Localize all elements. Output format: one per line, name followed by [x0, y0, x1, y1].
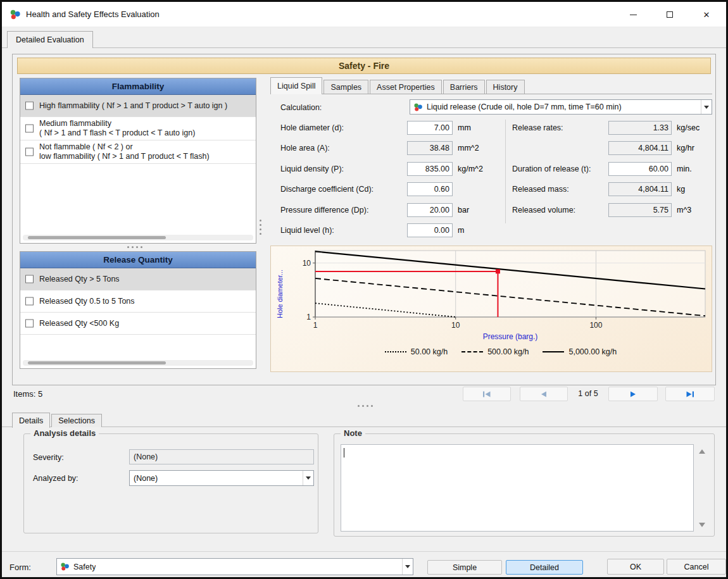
splitter-handle[interactable] — [358, 405, 373, 407]
svg-text:100: 100 — [589, 321, 602, 330]
chevron-down-icon — [405, 565, 410, 568]
field-unit: bar — [458, 206, 469, 215]
svg-text:1: 1 — [313, 321, 318, 330]
close-icon: ✕ — [703, 10, 710, 20]
analyzed-by-dropdown[interactable]: (None) — [129, 470, 314, 486]
minimize-icon — [630, 15, 637, 15]
release-chart-panel: 110100110 Hole diameter... Pressure (bar… — [270, 246, 712, 372]
calculation-value: Liquid release (Crude oil, hole D=7 mm, … — [427, 103, 622, 111]
previous-record-button[interactable] — [520, 387, 568, 401]
legend-label: 5,000.00 kg/h — [568, 347, 617, 356]
chart-x-axis-label: Pressure (barg.) — [315, 332, 705, 341]
hole-diameter-input[interactable] — [407, 121, 453, 135]
detailed-button[interactable]: Detailed — [506, 560, 583, 575]
tab-history[interactable]: History — [486, 80, 525, 94]
svg-text:1: 1 — [306, 313, 311, 321]
cancel-button[interactable]: Cancel — [667, 559, 726, 575]
release-qty-option-lt500[interactable]: Released Qty <500 Kg — [20, 313, 256, 335]
dropdown-arrow[interactable] — [402, 559, 413, 575]
ok-button[interactable]: OK — [607, 559, 664, 575]
field-unit: min. — [677, 165, 692, 173]
checkbox[interactable] — [25, 148, 34, 156]
field-label: Liquid density (P): — [280, 165, 344, 173]
spill-tab-bar: Liquid Spill Samples Asset Properties Ba… — [270, 77, 712, 94]
analyzed-by-label: Analyzed by: — [33, 474, 78, 483]
field-unit: m — [458, 226, 464, 235]
field-row-release-rate-hr: kg/hr — [512, 141, 715, 155]
tab-detailed-evaluation[interactable]: Detailed Evaluation — [7, 31, 93, 48]
details-tab-bar: Details Selections — [12, 412, 103, 427]
next-record-button[interactable] — [608, 387, 658, 401]
release-quantity-header: Release Quantity — [20, 252, 256, 268]
liquid-density-input[interactable] — [407, 162, 453, 176]
horizontal-scrollbar[interactable] — [23, 360, 253, 366]
legend-item: 5,000.00 kg/h — [543, 347, 617, 356]
tab-asset-properties[interactable]: Asset Properties — [370, 80, 442, 94]
next-record-icon — [629, 391, 637, 397]
dropdown-arrow[interactable] — [701, 100, 712, 114]
group-legend: Analysis details — [30, 428, 99, 438]
scrollbar-thumb[interactable] — [28, 236, 166, 239]
field-unit: kg — [677, 185, 685, 194]
minimize-button[interactable] — [615, 2, 651, 27]
duration-input[interactable] — [608, 162, 672, 176]
checkbox[interactable] — [25, 297, 34, 306]
dropdown-arrow[interactable] — [303, 471, 313, 485]
checkbox[interactable] — [25, 102, 34, 110]
maximize-button[interactable] — [651, 2, 688, 27]
checkbox[interactable] — [25, 275, 34, 283]
calculation-dropdown[interactable]: Liquid release (Crude oil, hole D=7 mm, … — [410, 99, 712, 115]
tab-liquid-spill[interactable]: Liquid Spill — [270, 77, 322, 94]
scroll-up-icon[interactable] — [699, 449, 705, 454]
release-qty-option-05to5[interactable]: Released Qty 0.5 to 5 Tons — [20, 290, 256, 313]
dashed-line-icon — [461, 351, 483, 352]
last-record-button[interactable] — [665, 387, 715, 401]
form-value: Safety — [73, 563, 96, 571]
previous-record-icon — [540, 391, 548, 397]
field-unit: mm — [458, 123, 471, 132]
flammability-option-high[interactable]: High flammability ( Nf > 1 and T product… — [20, 95, 256, 117]
field-row-discharge-coefficient: Discharge coefficient (Cd): — [280, 182, 506, 196]
hole-area-input — [407, 141, 453, 155]
first-record-button[interactable] — [463, 387, 511, 401]
tab-selections[interactable]: Selections — [51, 414, 102, 427]
first-record-icon — [482, 391, 492, 397]
released-volume-input — [608, 203, 672, 217]
field-label: Released mass: — [512, 185, 569, 194]
note-textarea[interactable] — [341, 444, 694, 532]
vertical-splitter-handle[interactable] — [260, 220, 261, 235]
release-qty-option-gt5[interactable]: Released Qty > 5 Tons — [20, 268, 256, 290]
tab-barriers[interactable]: Barriers — [443, 80, 485, 94]
splitter-handle[interactable] — [127, 246, 142, 248]
liquid-level-input[interactable] — [407, 223, 453, 237]
horizontal-scrollbar[interactable] — [23, 235, 253, 240]
close-button[interactable]: ✕ — [688, 2, 725, 27]
form-label: Form: — [9, 563, 31, 572]
scroll-down-icon[interactable] — [699, 523, 705, 527]
field-row-liquid-density: Liquid density (P): kg/m^2 — [280, 162, 506, 176]
chevron-down-icon — [306, 476, 311, 480]
discharge-coefficient-input[interactable] — [407, 182, 453, 196]
field-row-released-mass: Released mass: kg — [512, 182, 715, 196]
list-item-label: Not flammable ( Nf < 2 ) orlow flammabil… — [39, 142, 256, 161]
list-item-label: Medium flammability( Nf > 1 and T flash … — [39, 119, 256, 138]
column-separator — [505, 120, 506, 223]
tab-samples[interactable]: Samples — [323, 80, 368, 94]
released-mass-input — [608, 182, 672, 196]
checkbox[interactable] — [25, 320, 34, 328]
dotted-line-icon — [385, 351, 406, 352]
scrollbar-thumb[interactable] — [28, 361, 166, 364]
flammability-option-medium[interactable]: Medium flammability( Nf > 1 and T flash … — [20, 117, 256, 140]
simple-button[interactable]: Simple — [427, 560, 502, 575]
legend-label: 500.00 kg/h — [487, 347, 529, 356]
pressure-difference-input[interactable] — [407, 203, 453, 217]
flammability-option-not-flammable[interactable]: Not flammable ( Nf < 2 ) orlow flammabil… — [20, 140, 256, 164]
form-dropdown[interactable]: Safety — [56, 558, 413, 575]
tab-details[interactable]: Details — [12, 413, 50, 428]
calculation-icon — [413, 103, 423, 112]
list-item-label: Released Qty <500 Kg — [39, 319, 256, 328]
field-row-hole-diameter: Hole diameter (d): mm — [280, 121, 506, 135]
checkbox[interactable] — [25, 125, 34, 133]
list-item-label: Released Qty 0.5 to 5 Tons — [39, 297, 256, 306]
legend-item: 50.00 kg/h — [385, 347, 448, 356]
